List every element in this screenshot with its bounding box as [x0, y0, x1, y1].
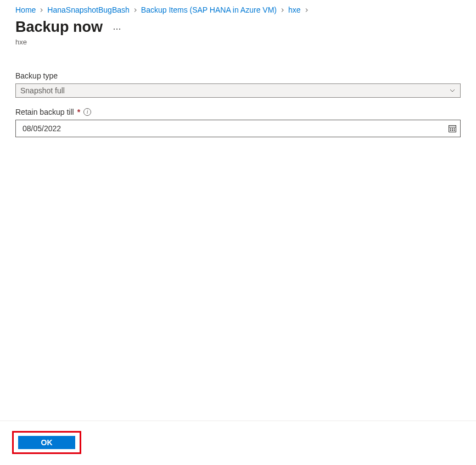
breadcrumb-vault[interactable]: HanaSnapshotBugBash: [47, 5, 129, 14]
ok-highlight-box: OK: [12, 431, 81, 454]
svg-rect-6: [452, 130, 453, 131]
svg-rect-4: [454, 128, 455, 130]
ok-button[interactable]: OK: [18, 436, 75, 449]
breadcrumb-home[interactable]: Home: [15, 5, 36, 14]
retain-till-input-wrapper[interactable]: [15, 120, 461, 137]
breadcrumb-item[interactable]: hxe: [288, 5, 301, 14]
svg-rect-3: [452, 128, 453, 130]
breadcrumb: Home HanaSnapshotBugBash Backup Items (S…: [0, 0, 476, 18]
chevron-right-icon: [131, 8, 139, 13]
calendar-icon[interactable]: [448, 124, 457, 133]
svg-rect-7: [454, 130, 455, 131]
info-icon[interactable]: i: [83, 108, 91, 116]
backup-type-label: Backup type: [15, 71, 461, 80]
chevron-down-icon: [449, 87, 456, 94]
backup-type-select[interactable]: Snapshot full: [15, 83, 461, 98]
required-marker: *: [77, 108, 80, 116]
svg-rect-2: [450, 128, 451, 130]
chevron-right-icon: [303, 8, 311, 13]
retain-till-label: Retain backup till: [15, 108, 74, 116]
chevron-right-icon: [37, 8, 46, 13]
chevron-right-icon: [278, 8, 287, 13]
page-subtitle: hxe: [0, 36, 476, 46]
backup-type-value: Snapshot full: [20, 86, 65, 95]
breadcrumb-backup-items[interactable]: Backup Items (SAP HANA in Azure VM): [141, 5, 277, 14]
retain-till-input[interactable]: [21, 124, 448, 133]
more-actions-button[interactable]: [110, 21, 123, 36]
svg-rect-5: [450, 130, 451, 131]
footer-bar: OK: [0, 421, 476, 465]
page-title: Backup now: [15, 19, 103, 36]
